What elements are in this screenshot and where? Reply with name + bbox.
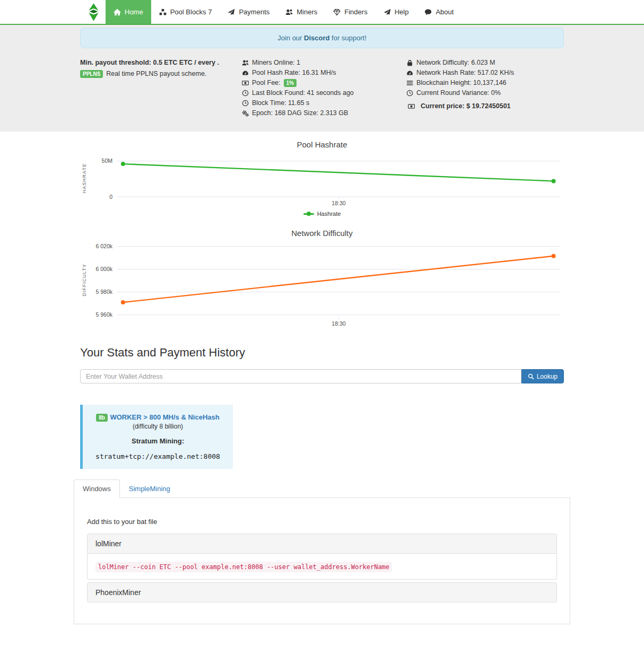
network-stats-column: Network Difficulty: 6.023 M Network Hash… [406,58,564,119]
difficulty-badge: 8b [96,414,108,422]
clock-icon [406,90,413,97]
lookup-button[interactable]: Lookup [521,369,564,383]
worker-subtitle: (difficulty 8 billion) [87,423,229,430]
network-hash-rate: Network Hash Rate: 517.02 KH/s [416,68,514,77]
blockchain-height: Blockchain Height: 10,137,146 [416,78,507,87]
search-icon [528,373,534,380]
phoenixminer-accordion-header[interactable]: PhoenixMiner [87,582,557,603]
nav-item-about[interactable]: About [416,0,462,24]
miners-online: Miners Online: 1 [252,58,300,67]
charts-section: Pool Hashrate 50M018:30HASHRATE Hashrate… [80,140,564,330]
pool-fee-badge: 1% [284,79,297,87]
card-icon [242,80,249,86]
banner-text: for support! [329,34,366,42]
nav-item-finders[interactable]: Finders [325,0,375,24]
worker-title: WORKER > 800 MH/s & NiceHash [110,413,219,421]
lookup-heading: Your Stats and Payment History [80,346,564,360]
svg-text:HASHRATE: HASHRATE [82,163,87,193]
nav-label: Payments [239,8,269,16]
blocks-icon [159,8,167,16]
lolminer-accordion-body: lolMiner --coin ETC --pool example.net:8… [87,554,557,580]
payout-threshold: Min. payout threshold: 0.5 ETC ETC / eve… [80,58,242,67]
svg-text:5 980k: 5 980k [95,289,112,295]
paper-plane-icon [228,8,235,16]
pool-stats-column: Miners Online: 1 Pool Hash Rate: 16.31 M… [242,58,406,119]
svg-text:DIFFICULTY: DIFFICULTY [82,264,87,296]
worker-info-box: 8b WORKER > 800 MH/s & NiceHash (difficu… [80,405,233,469]
top-navbar: Home Pool Blocks 7 Payments Miners Finde… [0,0,644,25]
bat-file-instruction: Add this to your bat file [87,518,557,526]
pool-hash-rate: Pool Hash Rate: 16.31 MH/s [252,68,336,77]
lolminer-command: lolMiner --coin ETC --pool example.net:8… [95,562,392,572]
gauge-icon [406,69,413,76]
stratum-url: stratum+tcp://example.net:8008 [87,452,229,460]
nav-label: Finders [344,8,367,16]
comment-icon [424,8,432,16]
svg-text:50M: 50M [102,158,112,164]
block-time: Block Time: 11.65 s [252,99,309,107]
nav-item-miners[interactable]: Miners [277,0,325,24]
last-block-found: Last Block Found: 41 seconds ago [252,89,354,97]
network-difficulty: Network Difficulty: 6.023 M [416,58,495,67]
money-icon [407,103,415,110]
spacer [0,624,644,672]
svg-text:18:30: 18:30 [332,320,345,327]
nav-label: Miners [297,8,317,16]
tab-windows[interactable]: Windows [74,479,120,498]
svg-text:6 000k: 6 000k [95,266,112,272]
miner-config-panel: Add this to your bat file lolMiner lolMi… [74,498,570,624]
lookup-section: Your Stats and Payment History Lookup 8b… [80,346,564,624]
nav-item-pool-blocks[interactable]: Pool Blocks 7 [151,0,220,24]
nav-label: About [436,8,454,16]
current-price: Current price: $ 19.72450501 [421,102,511,110]
discord-link[interactable]: Discord [304,34,329,42]
pplns-badge: PPLNS [80,70,103,78]
pool-fee-label: Pool Fee: [252,78,281,87]
svg-text:6 020k: 6 020k [95,243,112,249]
network-difficulty-chart: 6 020k6 000k5 980k5 960k18:30DIFFICULTY [80,242,564,330]
clock-icon [242,100,249,107]
legend-label: Hashrate [317,211,341,217]
round-variance: Current Round Variance: 0% [416,89,501,97]
tab-simplemining[interactable]: SimpleMining [120,479,179,498]
svg-text:5 960k: 5 960k [95,311,112,318]
pool-hashrate-chart-title: Pool Hashrate [80,140,564,149]
bars-icon [406,80,413,86]
clock-icon [242,90,249,97]
pool-stats: Min. payout threshold: 0.5 ETC ETC / eve… [80,58,564,119]
nav-item-help[interactable]: Help [376,0,417,24]
svg-text:18:30: 18:30 [332,200,345,206]
lookup-button-label: Lookup [537,373,558,380]
header-section: Join our Discord for support! Min. payou… [0,25,644,132]
nav-item-home[interactable]: Home [106,0,151,24]
home-icon [114,8,121,16]
network-difficulty-chart-title: Network Difficulty [80,229,564,238]
help-plane-icon [384,8,391,16]
wallet-address-input[interactable] [80,369,521,383]
os-tabs: Windows SimpleMining Add this to your ba… [80,479,564,624]
gem-icon [333,8,341,16]
etc-logo[interactable] [88,0,106,24]
cogs-icon [242,110,249,117]
discord-banner: Join our Discord for support! [80,28,564,48]
svg-text:0: 0 [109,194,112,200]
payout-scheme: Real time PPLNS payout scheme. [106,69,206,78]
stratum-label: Stratum Mining: [87,437,229,445]
users-icon [242,59,249,66]
miners-icon [285,8,293,16]
banner-text: Join our [277,34,304,42]
pool-hashrate-chart: 50M018:30HASHRATE [80,153,564,206]
nav-item-payments[interactable]: Payments [220,0,277,24]
lock-icon [406,59,413,66]
payout-column: Min. payout threshold: 0.5 ETC ETC / eve… [80,58,242,119]
nav-label: Pool Blocks 7 [170,8,212,16]
lolminer-accordion-header[interactable]: lolMiner [87,534,557,554]
hashrate-legend[interactable]: Hashrate [80,211,564,217]
epoch-dag: Epoch: 168 DAG Size: 2.313 GB [252,109,348,117]
legend-marker [303,213,314,215]
nav-label: Help [395,8,409,16]
nav-label: Home [125,8,143,16]
gauge-icon [242,69,249,76]
